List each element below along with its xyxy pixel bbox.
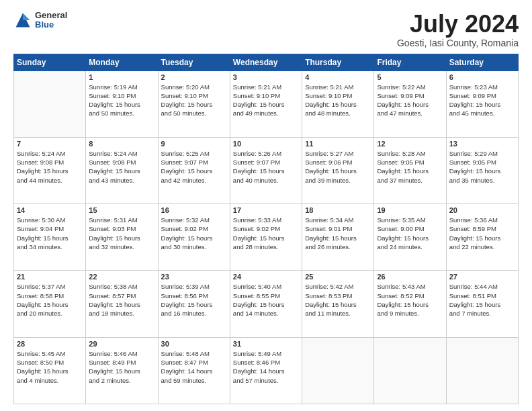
day-number: 30: [161, 340, 227, 348]
calendar-cell: 12Sunrise: 5:28 AM Sunset: 9:05 PM Dayli…: [374, 137, 446, 203]
day-info: Sunrise: 5:21 AM Sunset: 9:10 PM Dayligh…: [233, 83, 299, 118]
day-info: Sunrise: 5:34 AM Sunset: 9:01 PM Dayligh…: [305, 216, 371, 251]
page: General Blue July 2024 Goesti, Iasi Coun…: [0, 0, 532, 411]
day-number: 18: [305, 206, 371, 214]
calendar-cell: 20Sunrise: 5:36 AM Sunset: 8:59 PM Dayli…: [446, 204, 518, 271]
calendar-cell: 9Sunrise: 5:25 AM Sunset: 9:07 PM Daylig…: [158, 137, 230, 203]
header: General Blue July 2024 Goesti, Iasi Coun…: [13, 11, 519, 48]
day-number: 4: [305, 73, 371, 81]
day-number: 31: [233, 340, 299, 348]
day-number: 3: [233, 73, 299, 81]
calendar-cell: 14Sunrise: 5:30 AM Sunset: 9:04 PM Dayli…: [14, 204, 86, 271]
day-number: 27: [449, 273, 515, 281]
calendar-cell: 2Sunrise: 5:20 AM Sunset: 9:10 PM Daylig…: [158, 71, 230, 137]
day-info: Sunrise: 5:43 AM Sunset: 8:52 PM Dayligh…: [377, 282, 443, 318]
week-row-1: 1Sunrise: 5:19 AM Sunset: 9:10 PM Daylig…: [14, 71, 519, 137]
day-info: Sunrise: 5:22 AM Sunset: 9:09 PM Dayligh…: [377, 83, 443, 118]
calendar-cell: 1Sunrise: 5:19 AM Sunset: 9:10 PM Daylig…: [86, 71, 158, 137]
day-number: 28: [17, 340, 83, 348]
day-info: Sunrise: 5:44 AM Sunset: 8:51 PM Dayligh…: [449, 282, 515, 318]
calendar-cell: 6Sunrise: 5:23 AM Sunset: 9:09 PM Daylig…: [446, 71, 518, 137]
day-info: Sunrise: 5:19 AM Sunset: 9:10 PM Dayligh…: [89, 83, 154, 118]
day-info: Sunrise: 5:31 AM Sunset: 9:03 PM Dayligh…: [89, 216, 154, 251]
calendar-table: Sunday Monday Tuesday Wednesday Thursday…: [13, 54, 519, 404]
day-number: 25: [305, 273, 371, 281]
calendar-cell: 24Sunrise: 5:40 AM Sunset: 8:55 PM Dayli…: [230, 271, 302, 337]
calendar-cell: 30Sunrise: 5:48 AM Sunset: 8:47 PM Dayli…: [158, 337, 230, 404]
week-row-4: 21Sunrise: 5:37 AM Sunset: 8:58 PM Dayli…: [14, 271, 519, 337]
day-info: Sunrise: 5:37 AM Sunset: 8:58 PM Dayligh…: [17, 282, 83, 318]
month-title: July 2024: [397, 11, 519, 38]
day-number: 13: [449, 140, 515, 148]
day-number: 11: [305, 140, 371, 148]
day-info: Sunrise: 5:42 AM Sunset: 8:53 PM Dayligh…: [305, 282, 371, 318]
day-info: Sunrise: 5:21 AM Sunset: 9:10 PM Dayligh…: [305, 83, 371, 118]
day-number: 8: [89, 140, 154, 148]
day-number: 6: [449, 73, 515, 81]
col-sunday: Sunday: [14, 54, 86, 71]
week-row-2: 7Sunrise: 5:24 AM Sunset: 9:08 PM Daylig…: [14, 137, 519, 203]
day-info: Sunrise: 5:25 AM Sunset: 9:07 PM Dayligh…: [161, 149, 227, 185]
calendar-cell: 28Sunrise: 5:45 AM Sunset: 8:50 PM Dayli…: [14, 337, 86, 404]
day-info: Sunrise: 5:26 AM Sunset: 9:07 PM Dayligh…: [233, 149, 299, 185]
calendar-cell: 15Sunrise: 5:31 AM Sunset: 9:03 PM Dayli…: [86, 204, 158, 271]
col-friday: Friday: [374, 54, 446, 71]
header-row: Sunday Monday Tuesday Wednesday Thursday…: [14, 54, 519, 71]
day-info: Sunrise: 5:39 AM Sunset: 8:56 PM Dayligh…: [161, 282, 227, 318]
day-info: Sunrise: 5:33 AM Sunset: 9:02 PM Dayligh…: [233, 216, 299, 251]
col-monday: Monday: [86, 54, 158, 71]
calendar-cell: 7Sunrise: 5:24 AM Sunset: 9:08 PM Daylig…: [14, 137, 86, 203]
week-row-3: 14Sunrise: 5:30 AM Sunset: 9:04 PM Dayli…: [14, 204, 519, 271]
location-subtitle: Goesti, Iasi County, Romania: [397, 38, 519, 48]
day-info: Sunrise: 5:30 AM Sunset: 9:04 PM Dayligh…: [17, 216, 83, 251]
calendar-cell: 17Sunrise: 5:33 AM Sunset: 9:02 PM Dayli…: [230, 204, 302, 271]
day-info: Sunrise: 5:36 AM Sunset: 8:59 PM Dayligh…: [449, 216, 515, 251]
day-info: Sunrise: 5:38 AM Sunset: 8:57 PM Dayligh…: [89, 282, 154, 318]
calendar-cell: 4Sunrise: 5:21 AM Sunset: 9:10 PM Daylig…: [302, 71, 374, 137]
calendar-cell: 21Sunrise: 5:37 AM Sunset: 8:58 PM Dayli…: [14, 271, 86, 337]
day-number: 21: [17, 273, 83, 281]
logo: General Blue: [13, 11, 67, 30]
col-tuesday: Tuesday: [158, 54, 230, 71]
day-info: Sunrise: 5:27 AM Sunset: 9:06 PM Dayligh…: [305, 149, 371, 185]
svg-marker-1: [23, 13, 30, 21]
day-number: 17: [233, 206, 299, 214]
calendar-cell: 13Sunrise: 5:29 AM Sunset: 9:05 PM Dayli…: [446, 137, 518, 203]
calendar-cell: [446, 337, 518, 404]
logo-icon: [13, 11, 32, 30]
logo-general: General: [35, 11, 67, 20]
calendar-cell: 26Sunrise: 5:43 AM Sunset: 8:52 PM Dayli…: [374, 271, 446, 337]
calendar-cell: 5Sunrise: 5:22 AM Sunset: 9:09 PM Daylig…: [374, 71, 446, 137]
day-info: Sunrise: 5:28 AM Sunset: 9:05 PM Dayligh…: [377, 149, 443, 185]
calendar-cell: 31Sunrise: 5:49 AM Sunset: 8:46 PM Dayli…: [230, 337, 302, 404]
day-info: Sunrise: 5:48 AM Sunset: 8:47 PM Dayligh…: [161, 349, 227, 385]
calendar-cell: 10Sunrise: 5:26 AM Sunset: 9:07 PM Dayli…: [230, 137, 302, 203]
day-info: Sunrise: 5:35 AM Sunset: 9:00 PM Dayligh…: [377, 216, 443, 251]
day-number: 14: [17, 206, 83, 214]
day-info: Sunrise: 5:32 AM Sunset: 9:02 PM Dayligh…: [161, 216, 227, 251]
day-info: Sunrise: 5:45 AM Sunset: 8:50 PM Dayligh…: [17, 349, 83, 385]
day-number: 10: [233, 140, 299, 148]
calendar-cell: 25Sunrise: 5:42 AM Sunset: 8:53 PM Dayli…: [302, 271, 374, 337]
calendar-cell: 27Sunrise: 5:44 AM Sunset: 8:51 PM Dayli…: [446, 271, 518, 337]
day-info: Sunrise: 5:24 AM Sunset: 9:08 PM Dayligh…: [17, 149, 83, 185]
day-info: Sunrise: 5:23 AM Sunset: 9:09 PM Dayligh…: [449, 83, 515, 118]
day-number: 12: [377, 140, 443, 148]
calendar-cell: 29Sunrise: 5:46 AM Sunset: 8:49 PM Dayli…: [86, 337, 158, 404]
day-number: 15: [89, 206, 154, 214]
calendar-cell: [374, 337, 446, 404]
col-thursday: Thursday: [302, 54, 374, 71]
day-number: 7: [17, 140, 83, 148]
calendar-cell: 22Sunrise: 5:38 AM Sunset: 8:57 PM Dayli…: [86, 271, 158, 337]
col-saturday: Saturday: [446, 54, 518, 71]
calendar-cell: 18Sunrise: 5:34 AM Sunset: 9:01 PM Dayli…: [302, 204, 374, 271]
day-number: 23: [161, 273, 227, 281]
calendar-cell: 8Sunrise: 5:24 AM Sunset: 9:08 PM Daylig…: [86, 137, 158, 203]
day-number: 20: [449, 206, 515, 214]
week-row-5: 28Sunrise: 5:45 AM Sunset: 8:50 PM Dayli…: [14, 337, 519, 404]
day-info: Sunrise: 5:29 AM Sunset: 9:05 PM Dayligh…: [449, 149, 515, 185]
col-wednesday: Wednesday: [230, 54, 302, 71]
day-number: 29: [89, 340, 154, 348]
calendar-cell: 16Sunrise: 5:32 AM Sunset: 9:02 PM Dayli…: [158, 204, 230, 271]
calendar-cell: [14, 71, 86, 137]
